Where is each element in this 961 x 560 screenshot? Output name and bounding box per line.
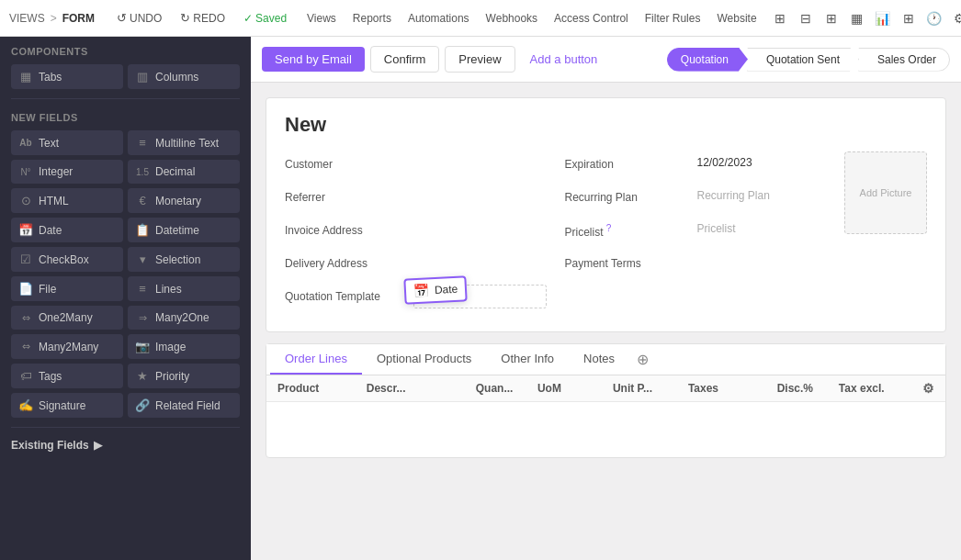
- pricelist-value[interactable]: Pricelist: [694, 220, 827, 241]
- icon-kanban-view[interactable]: ⊟: [794, 6, 818, 30]
- sidebar-item-priority[interactable]: ★ Priority: [128, 364, 240, 388]
- nav-automations[interactable]: Automations: [402, 8, 475, 28]
- undo-button[interactable]: ↺ UNDO: [109, 7, 169, 28]
- multiline-icon: ≡: [135, 136, 150, 150]
- existing-fields-label: Existing Fields: [11, 439, 89, 452]
- preview-button[interactable]: Preview: [445, 46, 514, 73]
- sidebar-item-multiline[interactable]: ≡ Multiline Text: [128, 130, 240, 155]
- sidebar-item-file[interactable]: 📄 File: [11, 276, 123, 301]
- many2many-label: Many2Many: [39, 341, 98, 353]
- sidebar-item-lines[interactable]: ≡ Lines: [128, 276, 240, 301]
- form-view: New Customer Referrer Invoice A: [251, 83, 961, 560]
- sidebar-item-columns[interactable]: ▥ Columns: [128, 64, 240, 89]
- one2many-label: One2Many: [39, 311, 93, 324]
- nav-access-control[interactable]: Access Control: [548, 8, 634, 28]
- newfields-title: New Fields: [11, 112, 240, 123]
- tab-order-lines[interactable]: Order Lines: [270, 344, 362, 375]
- existing-fields-row[interactable]: Existing Fields ▶: [0, 431, 251, 459]
- tab-optional-products[interactable]: Optional Products: [362, 344, 486, 375]
- th-uom: UoM: [534, 382, 609, 395]
- many2one-icon: ⇒: [135, 312, 150, 324]
- tabs-bar: Order Lines Optional Products Other Info…: [266, 344, 945, 375]
- referrer-value[interactable]: [413, 187, 547, 207]
- status-quotation-sent[interactable]: Quotation Sent: [747, 48, 859, 72]
- add-picture-button[interactable]: Add Picture: [844, 151, 927, 234]
- icon-list-view[interactable]: ⊞: [768, 6, 792, 30]
- status-sales-order[interactable]: Sales Order: [858, 48, 950, 72]
- sidebar: Components ▦ Tabs ▥ Columns New Fields A…: [0, 37, 251, 560]
- send-email-button[interactable]: Send by Email: [262, 47, 365, 72]
- form-card: New Customer Referrer Invoice A: [266, 97, 946, 332]
- breadcrumb-separator: >: [51, 12, 57, 25]
- sidebar-item-text[interactable]: Ab Text: [11, 130, 123, 155]
- sidebar-item-datetime[interactable]: 📋 Datetime: [128, 218, 240, 242]
- expiration-value[interactable]: 12/02/2023: [694, 154, 827, 174]
- icon-settings[interactable]: ⚙: [948, 6, 961, 30]
- table-settings-icon[interactable]: ⚙: [922, 381, 934, 396]
- integer-label: Integer: [39, 165, 73, 178]
- add-button-button[interactable]: Add a button: [521, 47, 607, 72]
- delivery-address-label: Delivery Address: [285, 257, 413, 270]
- views-label[interactable]: VIEWS: [9, 12, 45, 25]
- customer-value[interactable]: [413, 154, 547, 174]
- sidebar-item-checkbox[interactable]: ☑ CheckBox: [11, 247, 123, 272]
- tab-other-info[interactable]: Other Info: [486, 344, 569, 375]
- sidebar-item-tabs[interactable]: ▦ Tabs: [11, 64, 123, 89]
- icon-clock-view[interactable]: 🕐: [922, 6, 946, 30]
- nav-views[interactable]: Views: [301, 8, 342, 28]
- tab-add-button[interactable]: ⊕: [629, 345, 656, 374]
- checkbox-label: CheckBox: [39, 253, 89, 266]
- sidebar-item-related-field[interactable]: 🔗 Related Field: [128, 393, 240, 418]
- sidebar-item-monetary[interactable]: € Monetary: [128, 188, 240, 213]
- main-layout: Components ▦ Tabs ▥ Columns New Fields A…: [0, 37, 961, 560]
- delivery-address-value[interactable]: [413, 253, 547, 274]
- tab-notes[interactable]: Notes: [569, 344, 629, 375]
- payment-terms-value[interactable]: [694, 253, 827, 274]
- many2many-icon: ⇔: [18, 341, 33, 353]
- sidebar-item-selection[interactable]: ▾ Selection: [128, 247, 240, 272]
- saved-button[interactable]: ✓ Saved: [236, 8, 294, 28]
- sidebar-item-date[interactable]: 📅 Date: [11, 218, 123, 242]
- components-grid: ▦ Tabs ▥ Columns: [11, 64, 240, 89]
- datetime-label: Datetime: [155, 224, 199, 237]
- date-widget[interactable]: 📅 Date: [403, 275, 468, 305]
- components-title: Components: [11, 46, 240, 57]
- sidebar-item-many2many[interactable]: ⇔ Many2Many: [11, 334, 123, 359]
- date-icon: 📅: [18, 223, 33, 237]
- icon-table-view[interactable]: ⊞: [820, 6, 843, 30]
- recurring-plan-value[interactable]: Recurring Plan: [694, 187, 827, 207]
- date-widget-label: Date: [435, 283, 458, 297]
- decimal-label: Decimal: [155, 165, 195, 178]
- redo-label: REDO: [193, 12, 225, 25]
- lines-label: Lines: [155, 283, 182, 296]
- signature-label: Signature: [39, 399, 85, 412]
- icon-chart-view[interactable]: 📊: [871, 6, 895, 30]
- sidebar-item-decimal[interactable]: 1.5 Decimal: [128, 160, 240, 184]
- sidebar-item-many2one[interactable]: ⇒ Many2One: [128, 306, 240, 330]
- html-label: HTML: [39, 195, 69, 207]
- confirm-button[interactable]: Confirm: [370, 46, 440, 73]
- status-quotation[interactable]: Quotation: [667, 48, 748, 72]
- redo-button[interactable]: ↻ REDO: [173, 7, 232, 28]
- datetime-icon: 📋: [135, 223, 150, 237]
- monetary-icon: €: [135, 194, 150, 207]
- icon-pivot-view[interactable]: ⊞: [897, 6, 921, 30]
- invoice-address-value[interactable]: [413, 220, 547, 241]
- nav-webhooks[interactable]: Webhooks: [480, 8, 543, 28]
- sidebar-item-one2many[interactable]: ⇔ One2Many: [11, 306, 123, 330]
- sidebar-item-signature[interactable]: ✍ Signature: [11, 393, 123, 418]
- nav-website[interactable]: Website: [711, 8, 762, 28]
- nav-filter-rules[interactable]: Filter Rules: [639, 8, 707, 28]
- add-picture-label: Add Picture: [860, 187, 912, 198]
- nav-reports[interactable]: Reports: [347, 8, 397, 28]
- quotation-template-label: Quotation Template: [285, 290, 413, 303]
- newfields-section: New Fields Ab Text ≡ Multiline Text N° I…: [0, 103, 251, 423]
- sidebar-item-html[interactable]: ⊙ HTML: [11, 188, 123, 213]
- sidebar-item-tags[interactable]: 🏷 Tags: [11, 364, 123, 388]
- icon-gantt-view[interactable]: ▦: [845, 6, 869, 30]
- sidebar-item-integer[interactable]: N° Integer: [11, 160, 123, 184]
- selection-label: Selection: [155, 253, 200, 266]
- date-label: Date: [39, 224, 62, 237]
- sidebar-item-image[interactable]: 📷 Image: [128, 334, 240, 359]
- invoice-address-label: Invoice Address: [285, 224, 413, 237]
